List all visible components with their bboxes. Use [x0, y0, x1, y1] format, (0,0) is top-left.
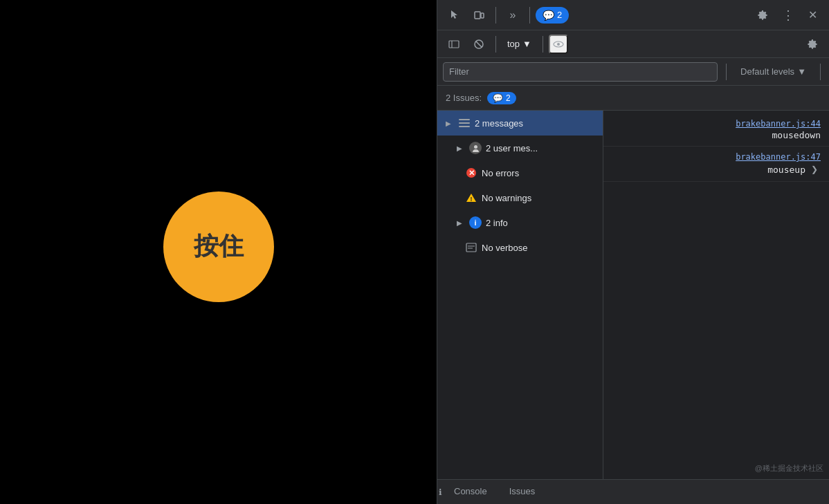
console-content: 2 messages 2 user mes... ✕	[437, 111, 829, 479]
svg-point-11	[474, 145, 477, 149]
live-expressions-btn[interactable]	[549, 35, 568, 54]
message-entry-mousedown[interactable]: brakebanner.js:44 mousedown	[603, 113, 829, 147]
default-levels-btn[interactable]: Default levels ▼	[735, 64, 812, 80]
devtools-toolbar-top: » 💬 2 ⋮ ✕	[437, 0, 829, 30]
svg-rect-16	[466, 243, 476, 252]
svg-rect-8	[459, 119, 470, 120]
filter-bar: Default levels ▼	[437, 58, 829, 86]
toolbar-divider-3	[495, 36, 496, 53]
tab-console[interactable]: Console	[443, 480, 498, 504]
tree-item-user-messages[interactable]: 2 user mes...	[437, 136, 603, 160]
svg-point-7	[557, 43, 560, 46]
issues-badge-count: 2	[506, 93, 511, 103]
messages-count: 2	[557, 10, 562, 20]
svg-rect-0	[475, 12, 480, 19]
tree-arrow-messages	[443, 118, 454, 129]
clear-console-btn[interactable]	[468, 33, 490, 55]
frame-selector-label: top	[507, 39, 520, 49]
frame-selector[interactable]: top ▼	[502, 36, 537, 52]
tree-item-messages-label: 2 messages	[475, 118, 523, 129]
warning-icon: !	[465, 192, 477, 204]
close-devtools-btn[interactable]: ✕	[801, 4, 823, 26]
svg-rect-9	[459, 122, 470, 124]
cursor-tool-btn[interactable]	[443, 4, 465, 26]
close-icon: ✕	[808, 8, 817, 21]
circle-text: 按住	[194, 230, 244, 263]
message-panel: brakebanner.js:44 mousedown brakebanner.…	[603, 111, 829, 479]
device-toolbar-btn[interactable]	[468, 4, 490, 26]
info-icon: i	[469, 216, 482, 229]
tab-issues[interactable]: Issues	[498, 480, 547, 504]
bottom-tabbar: ℹ Console Issues	[437, 479, 829, 504]
tree-item-info-label: 2 info	[486, 218, 508, 228]
issues-bar: 2 Issues: 💬 2	[437, 86, 829, 111]
tree-item-no-verbose[interactable]: No verbose	[437, 235, 603, 260]
filter-input[interactable]	[443, 62, 718, 82]
tab-issues-label: Issues	[509, 486, 536, 496]
tree-item-messages[interactable]: 2 messages	[437, 111, 603, 136]
message-link-brakebanner-47[interactable]: brakebanner.js:47	[736, 152, 821, 162]
event-name-mouseup: mouseup	[767, 165, 805, 175]
frame-selector-arrow: ▼	[522, 39, 531, 49]
message-entry-mouseup[interactable]: brakebanner.js:47 mouseup ❯	[603, 147, 829, 182]
filter-divider-2	[820, 64, 821, 80]
svg-rect-1	[481, 13, 484, 18]
webpage-preview: 按住	[0, 0, 437, 504]
settings-btn[interactable]	[751, 4, 774, 26]
more-options-icon: ⋮	[782, 8, 794, 23]
devtools-panel: » 💬 2 ⋮ ✕	[437, 0, 829, 504]
tree-item-info[interactable]: i 2 info	[437, 210, 603, 235]
message-link-brakebanner-44[interactable]: brakebanner.js:44	[736, 119, 821, 129]
sidebar-toggle-btn[interactable]	[443, 33, 465, 55]
tree-arrow-info	[454, 217, 465, 228]
default-levels-label: Default levels	[740, 66, 794, 77]
verbose-icon	[465, 241, 477, 254]
messages-badge-btn[interactable]: 💬 2	[536, 7, 569, 24]
more-tools-btn[interactable]: »	[502, 4, 524, 26]
expand-arrow-mouseup[interactable]: ❯	[808, 163, 821, 176]
bottom-info-btn[interactable]: ℹ	[439, 487, 442, 497]
toolbar-divider-4	[543, 36, 543, 53]
message-icon: 💬	[543, 10, 554, 21]
default-levels-arrow: ▼	[797, 66, 806, 77]
tree-item-no-errors-label: No errors	[482, 168, 519, 178]
svg-text:✕: ✕	[468, 169, 475, 177]
tree-item-no-warnings-label: No warnings	[482, 193, 531, 203]
user-icon	[469, 142, 482, 154]
messages-list-icon	[458, 117, 471, 129]
svg-rect-10	[459, 126, 470, 127]
tree-arrow-user	[454, 142, 465, 153]
tree-item-no-verbose-label: No verbose	[482, 243, 527, 253]
tab-console-label: Console	[454, 486, 487, 496]
tree-item-user-messages-label: 2 user mes...	[486, 143, 538, 153]
tree-item-no-errors[interactable]: ✕ No errors	[437, 160, 603, 185]
svg-rect-2	[449, 41, 459, 48]
issues-badge-icon: 💬	[493, 93, 503, 103]
watermark: @稀土掘金技术社区	[755, 463, 823, 474]
filter-divider	[726, 64, 727, 80]
message-tree: 2 messages 2 user mes... ✕	[437, 111, 603, 479]
error-icon: ✕	[465, 167, 477, 179]
more-options-btn[interactable]: ⋮	[776, 4, 799, 26]
svg-text:!: !	[471, 196, 473, 203]
toolbar-divider-1	[495, 7, 496, 24]
orange-circle[interactable]: 按住	[163, 192, 274, 302]
toolbar-divider-2	[529, 7, 530, 24]
svg-line-5	[476, 41, 482, 47]
event-name-mousedown: mousedown	[772, 130, 821, 140]
devtools-toolbar-second: top ▼	[437, 30, 829, 58]
issues-badge[interactable]: 💬 2	[487, 92, 516, 104]
console-settings-btn[interactable]	[801, 33, 823, 55]
issues-label: 2 Issues:	[446, 93, 482, 103]
tree-item-no-warnings[interactable]: ! No warnings	[437, 185, 603, 210]
